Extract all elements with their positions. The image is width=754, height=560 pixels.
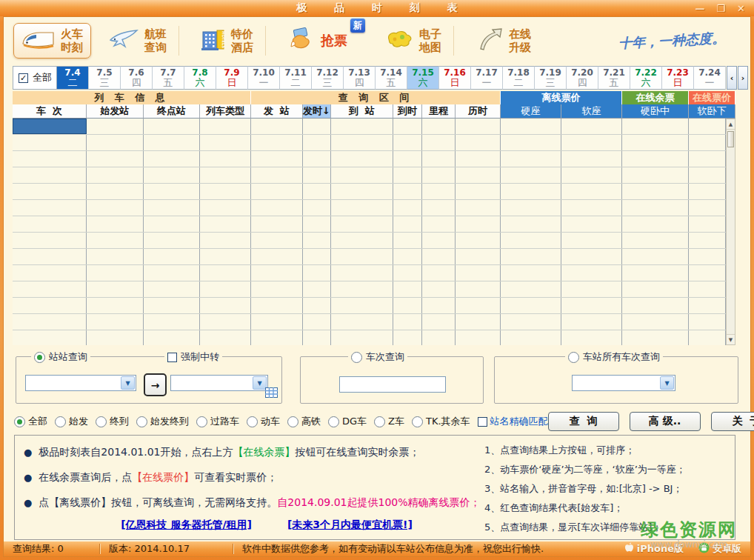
table-cell[interactable] bbox=[200, 249, 251, 264]
android-version-link[interactable]: 安卓版 bbox=[698, 542, 741, 556]
table-cell[interactable] bbox=[689, 119, 726, 134]
dates-scroll-right-button[interactable]: › bbox=[738, 66, 748, 90]
table-cell[interactable] bbox=[13, 151, 87, 167]
table-cell[interactable] bbox=[144, 216, 200, 232]
table-cell[interactable] bbox=[561, 216, 622, 232]
table-cell[interactable] bbox=[501, 167, 561, 183]
table-cell[interactable] bbox=[393, 233, 422, 248]
table-cell[interactable] bbox=[561, 135, 622, 150]
station-list-grid-icon[interactable] bbox=[265, 387, 278, 401]
maximize-button[interactable]: ❐ bbox=[716, 3, 725, 14]
date-tab-7.6[interactable]: 7.6四 bbox=[121, 66, 153, 90]
table-cell[interactable] bbox=[561, 249, 622, 264]
table-row[interactable] bbox=[13, 184, 726, 200]
table-cell[interactable] bbox=[622, 330, 689, 345]
table-cell[interactable] bbox=[689, 298, 726, 313]
table-cell[interactable] bbox=[13, 119, 87, 134]
table-cell[interactable] bbox=[501, 135, 561, 150]
table-cell[interactable] bbox=[251, 314, 303, 330]
table-cell[interactable] bbox=[87, 184, 144, 199]
table-cell[interactable] bbox=[622, 135, 689, 150]
date-tab-7.21[interactable]: 7.21五 bbox=[598, 66, 630, 90]
table-cell[interactable] bbox=[689, 330, 726, 345]
table-cell[interactable] bbox=[561, 167, 622, 183]
table-cell[interactable] bbox=[422, 200, 456, 216]
table-cell[interactable] bbox=[144, 249, 200, 264]
table-cell[interactable] bbox=[456, 233, 501, 248]
table-cell[interactable] bbox=[561, 151, 622, 167]
table-cell[interactable] bbox=[200, 314, 251, 330]
table-cell[interactable] bbox=[561, 233, 622, 248]
table-cell[interactable] bbox=[689, 184, 726, 199]
table-cell[interactable] bbox=[251, 151, 303, 167]
table-cell[interactable] bbox=[144, 298, 200, 313]
date-tab-7.14[interactable]: 7.14五 bbox=[376, 66, 407, 90]
table-cell[interactable] bbox=[303, 298, 331, 313]
column-header[interactable]: 列车类型 bbox=[200, 104, 251, 119]
table-cell[interactable] bbox=[622, 216, 689, 232]
table-cell[interactable] bbox=[561, 314, 622, 330]
table-cell[interactable] bbox=[422, 314, 456, 330]
table-cell[interactable] bbox=[303, 167, 331, 183]
table-cell[interactable] bbox=[622, 314, 689, 330]
column-header[interactable]: 车 次 bbox=[13, 104, 87, 119]
table-cell[interactable] bbox=[13, 135, 87, 150]
date-tab-7.8[interactable]: 7.8六 bbox=[184, 66, 216, 90]
table-cell[interactable] bbox=[561, 281, 622, 297]
table-cell[interactable] bbox=[13, 314, 87, 330]
toolbar-button-emap[interactable]: 电子地图 bbox=[377, 24, 449, 58]
table-cell[interactable] bbox=[422, 281, 456, 297]
table-cell[interactable] bbox=[303, 330, 331, 345]
table-cell[interactable] bbox=[144, 184, 200, 199]
table-cell[interactable] bbox=[303, 151, 331, 167]
table-row[interactable] bbox=[13, 249, 726, 265]
table-cell[interactable] bbox=[200, 265, 251, 281]
table-cell[interactable] bbox=[331, 281, 393, 297]
table-cell[interactable] bbox=[13, 281, 87, 297]
train-number-radio[interactable]: 车次查询 bbox=[348, 350, 407, 364]
filter-radio[interactable]: DG车 bbox=[328, 415, 367, 428]
table-cell[interactable] bbox=[501, 151, 561, 167]
table-cell[interactable] bbox=[501, 233, 561, 248]
column-header[interactable]: 硬座 bbox=[501, 104, 561, 119]
table-cell[interactable] bbox=[456, 330, 501, 345]
table-cell[interactable] bbox=[331, 151, 393, 167]
exact-match-checkbox[interactable]: 站名精确匹配 bbox=[478, 415, 548, 428]
table-cell[interactable] bbox=[393, 184, 422, 199]
table-cell[interactable] bbox=[251, 216, 303, 232]
table-row[interactable] bbox=[13, 265, 726, 281]
table-cell[interactable] bbox=[13, 249, 87, 264]
table-cell[interactable] bbox=[331, 249, 393, 264]
table-cell[interactable] bbox=[13, 265, 87, 281]
table-cell[interactable] bbox=[303, 184, 331, 199]
table-cell[interactable] bbox=[303, 249, 331, 264]
table-cell[interactable] bbox=[303, 281, 331, 297]
table-cell[interactable] bbox=[251, 119, 303, 134]
table-cell[interactable] bbox=[422, 151, 456, 167]
table-cell[interactable] bbox=[456, 167, 501, 183]
table-cell[interactable] bbox=[456, 265, 501, 281]
table-cell[interactable] bbox=[622, 167, 689, 183]
table-cell[interactable] bbox=[456, 281, 501, 297]
table-cell[interactable] bbox=[303, 119, 331, 134]
table-cell[interactable] bbox=[251, 330, 303, 345]
toolbar-button-flight-search[interactable]: 航班查询 bbox=[101, 24, 174, 58]
date-tab-7.13[interactable]: 7.13四 bbox=[344, 66, 376, 90]
filter-radio[interactable]: Z车 bbox=[374, 415, 404, 428]
table-cell[interactable] bbox=[331, 314, 393, 330]
table-cell[interactable] bbox=[331, 200, 393, 216]
table-cell[interactable] bbox=[393, 200, 422, 216]
table-cell[interactable] bbox=[422, 184, 456, 199]
table-cell[interactable] bbox=[200, 119, 251, 134]
table-cell[interactable] bbox=[251, 184, 303, 199]
table-cell[interactable] bbox=[331, 330, 393, 345]
table-cell[interactable] bbox=[561, 184, 622, 199]
table-cell[interactable] bbox=[200, 298, 251, 313]
minimize-button[interactable]: — bbox=[695, 3, 704, 14]
table-cell[interactable] bbox=[303, 200, 331, 216]
table-cell[interactable] bbox=[422, 249, 456, 264]
table-cell[interactable] bbox=[622, 249, 689, 264]
toolbar-button-grab-ticket[interactable]: 抢票 新 bbox=[280, 23, 355, 59]
table-cell[interactable] bbox=[422, 233, 456, 248]
table-cell[interactable] bbox=[144, 135, 200, 150]
